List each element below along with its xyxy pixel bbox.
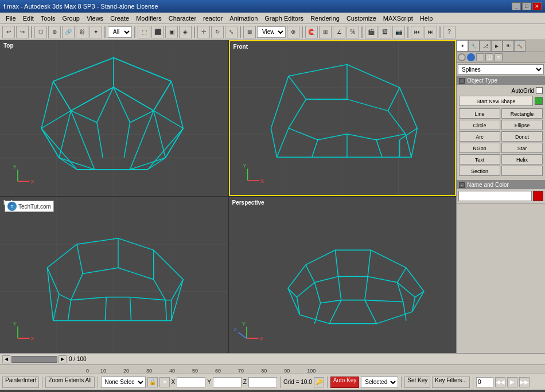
donut-button[interactable]: Donut <box>501 131 543 142</box>
help-button[interactable]: ? <box>443 26 456 38</box>
menu-tools[interactable]: Tools <box>37 14 59 23</box>
object-type-toggle[interactable]: - <box>459 78 465 84</box>
key-icon[interactable]: 🔑 <box>314 377 324 387</box>
next-time-button[interactable]: ▶▶ <box>519 377 530 387</box>
section-button[interactable]: Section <box>459 166 500 176</box>
window-controls[interactable]: _ □ ✕ <box>512 2 542 10</box>
tab-display[interactable]: 👁 <box>503 40 514 52</box>
name-input[interactable] <box>458 191 532 201</box>
rotate-button[interactable]: ↻ <box>211 26 224 38</box>
menu-views[interactable]: Views <box>83 14 107 23</box>
menu-group[interactable]: Group <box>59 14 83 23</box>
redo-button[interactable]: ↪ <box>16 26 29 38</box>
view-dropdown[interactable]: View <box>257 26 286 38</box>
menu-character[interactable]: Character <box>165 14 200 23</box>
menu-reactor[interactable]: reactor <box>200 14 226 23</box>
refcoord-button[interactable]: ⊠ <box>243 26 256 38</box>
bind-button[interactable]: ✦ <box>89 26 102 38</box>
rectangle-button[interactable]: Rectangle <box>501 108 543 119</box>
snap-button[interactable]: 🧲 <box>305 26 318 38</box>
key-filters-button[interactable]: Key Filters... <box>432 377 470 388</box>
delete-icon[interactable]: ✕ <box>159 377 170 387</box>
tab-create[interactable]: ✦ <box>457 40 468 52</box>
render2-button[interactable]: 🖼 <box>379 26 391 38</box>
autogrid-checkbox[interactable] <box>536 87 543 94</box>
region-select-button[interactable]: ⬛ <box>151 26 164 38</box>
select-type-button[interactable]: ◈ <box>179 26 192 38</box>
link-button[interactable]: 🔗 <box>62 26 75 38</box>
viewport-left[interactable]: Left T TechTut.com <box>0 197 228 353</box>
ellipse-button[interactable]: Ellipse <box>501 120 543 130</box>
scale-button[interactable]: ⤡ <box>225 26 238 38</box>
tab-hierarchy[interactable]: ⎇ <box>480 40 491 52</box>
z-input[interactable] <box>248 377 277 387</box>
name-color-toggle[interactable]: - <box>459 182 465 188</box>
svg-text:X: X <box>31 179 34 185</box>
select2-button[interactable]: ⊕ <box>48 26 61 38</box>
menu-file[interactable]: File <box>2 14 20 23</box>
lock-icon[interactable]: 🔒 <box>147 377 158 387</box>
tab-utilities[interactable]: 🔨 <box>514 40 525 52</box>
select-button[interactable]: ⬡ <box>34 26 47 38</box>
prev-frame-button[interactable]: ⏮ <box>411 26 423 38</box>
render-button[interactable]: 🎬 <box>365 26 377 38</box>
snap2-button[interactable]: ⊞ <box>319 26 332 38</box>
unlink-button[interactable]: ⛓ <box>76 26 88 38</box>
tab-motion[interactable]: ▶ <box>491 40 503 52</box>
y-input[interactable] <box>213 377 242 387</box>
viewport-front[interactable]: Front <box>229 40 457 196</box>
maximize-button[interactable]: □ <box>522 2 531 10</box>
zoom-extents-all-button[interactable]: Zoom Extents All <box>45 377 94 388</box>
menu-animation[interactable]: Animation <box>226 14 261 23</box>
next-frame-button[interactable]: ⏭ <box>425 26 437 38</box>
auto-key-button[interactable]: Auto Key <box>330 377 360 388</box>
render3-button[interactable]: 📷 <box>392 26 405 38</box>
menu-customize[interactable]: Customize <box>343 14 380 23</box>
filter-dropdown[interactable]: All <box>108 26 132 38</box>
x-input[interactable] <box>177 377 205 387</box>
viewport-top[interactable]: Top <box>0 40 228 196</box>
select-obj-button[interactable]: ⬚ <box>138 26 150 38</box>
line-button[interactable]: Line <box>459 108 500 119</box>
star-button[interactable]: Star <box>501 143 543 153</box>
minimize-button[interactable]: _ <box>512 2 521 10</box>
percent-snap-button[interactable]: % <box>347 26 359 38</box>
close-button[interactable]: ✕ <box>532 2 542 10</box>
menu-graph-editors[interactable]: Graph Editors <box>261 14 307 23</box>
btn-extra[interactable]: ≡ <box>495 53 503 61</box>
prev-frame-small-button[interactable]: ◀ <box>2 355 10 363</box>
arc-button[interactable]: Arc <box>459 131 500 142</box>
move-button[interactable]: ✛ <box>197 26 210 38</box>
set-key-button[interactable]: Set Key <box>404 377 430 388</box>
menu-maxscript[interactable]: MAXScript <box>380 14 416 23</box>
menu-help[interactable]: Help <box>416 14 437 23</box>
helix-button[interactable]: Helix <box>501 154 543 164</box>
undo-button[interactable]: ↩ <box>2 26 15 38</box>
painter-interface-button[interactable]: PainterInterf <box>2 377 39 388</box>
menu-create[interactable]: Create <box>107 14 133 23</box>
text-button[interactable]: Text <box>459 154 500 164</box>
window-crossing-button[interactable]: ▣ <box>165 26 178 38</box>
next-frame-small-button[interactable]: ▶ <box>59 355 67 363</box>
menu-rendering[interactable]: Rendering <box>307 14 343 23</box>
category-dropdown[interactable]: Splines <box>458 64 544 75</box>
btn-cmpnd[interactable]: ◫ <box>485 53 493 61</box>
color-swatch[interactable] <box>533 191 543 201</box>
radio-spline[interactable] <box>467 53 475 61</box>
start-new-shape-button[interactable]: Start New Shape <box>459 96 533 106</box>
selected-dropdown[interactable]: Selected <box>361 377 398 388</box>
selection-filter-dropdown[interactable]: None Selec <box>101 377 146 388</box>
play-button[interactable]: ▶ <box>507 377 517 387</box>
menu-modifiers[interactable]: Modifiers <box>133 14 165 23</box>
viewport-perspective[interactable]: Perspective <box>229 197 457 353</box>
circle-button[interactable]: Circle <box>459 120 500 130</box>
time-input[interactable] <box>476 377 493 387</box>
menu-edit[interactable]: Edit <box>20 14 37 23</box>
ngon-button[interactable]: NGon <box>459 143 500 153</box>
angle-snap-button[interactable]: ∠ <box>333 26 345 38</box>
prev-time-button[interactable]: ◀◀ <box>495 377 505 387</box>
tab-modify[interactable]: 🔧 <box>468 40 480 52</box>
radio-geom[interactable] <box>458 53 466 61</box>
btn-nurbs[interactable]: ⋯ <box>476 53 484 61</box>
coord-button[interactable]: ⊕ <box>287 26 299 38</box>
